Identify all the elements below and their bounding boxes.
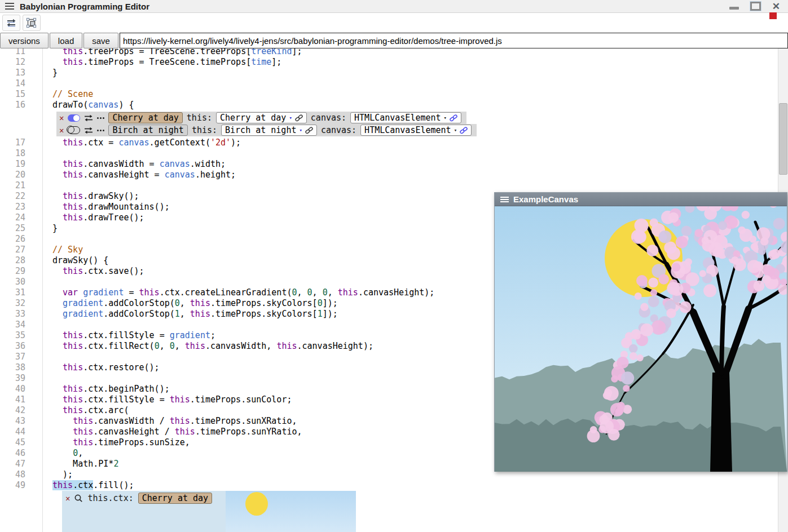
- delete-example-icon[interactable]: ✕: [59, 114, 64, 122]
- example-name-button[interactable]: Birch at night: [108, 125, 187, 136]
- save-button[interactable]: save: [83, 33, 118, 48]
- code-text[interactable]: this.ctx.fill();: [52, 480, 134, 491]
- example-toggle-off[interactable]: [68, 126, 80, 134]
- code-line: 26: [0, 234, 477, 245]
- toolbar: [0, 13, 788, 33]
- canvas-value-dropdown[interactable]: HTMLCanvasElement ▾: [360, 125, 472, 136]
- magnifier-icon: [74, 494, 83, 503]
- code-line: 33 gradient.addColorStop(1, this.timePro…: [0, 309, 477, 320]
- line-number: 16: [0, 100, 25, 110]
- load-button[interactable]: load: [50, 33, 82, 48]
- code-line: 42 this.ctx.arc(: [0, 405, 477, 416]
- code-text[interactable]: drawSky() {: [52, 255, 108, 266]
- code-line: 39: [0, 373, 477, 384]
- code-text[interactable]: this.drawTree();: [52, 212, 144, 223]
- code-text[interactable]: this.ctx.arc(: [52, 405, 129, 416]
- code-text[interactable]: this.ctx.fillStyle = this.timeProps.sunC…: [52, 394, 292, 405]
- code-text[interactable]: this.ctx.save();: [52, 266, 144, 277]
- close-button[interactable]: ✕: [772, 2, 780, 11]
- sync-icon: [6, 18, 17, 28]
- code-line: 43 this.canvasWidth / this.timeProps.sun…: [0, 416, 477, 427]
- code-line: 35 this.ctx.fillStyle = gradient;: [0, 330, 477, 341]
- canvas-value-dropdown[interactable]: HTMLCanvasElement ▾: [350, 112, 461, 123]
- code-text[interactable]: this.treeProps = TreeScene.treeProps[tre…: [52, 48, 302, 57]
- line-number: 24: [0, 212, 25, 223]
- code-text[interactable]: // Sky: [52, 245, 83, 255]
- code-text[interactable]: 0,: [52, 448, 83, 459]
- line-number: 32: [0, 298, 25, 309]
- this-value-dropdown[interactable]: Cherry at day ▾: [216, 112, 307, 123]
- line-number: 29: [0, 266, 25, 277]
- line-number: 38: [0, 362, 25, 373]
- delete-probe-icon[interactable]: ✕: [65, 494, 70, 502]
- code-text[interactable]: drawTo(canvas) {: [52, 100, 134, 110]
- code-text[interactable]: this.ctx = canvas.getContext('2d');: [52, 138, 241, 148]
- code-text[interactable]: this.canvasWidth = canvas.width;: [52, 159, 226, 170]
- code-text[interactable]: gradient.addColorStop(1, this.timeProps.…: [52, 309, 338, 320]
- this-value-dropdown[interactable]: Birch at night ▾: [221, 125, 317, 136]
- minimize-button[interactable]: [729, 7, 739, 10]
- maximize-button[interactable]: [750, 2, 761, 11]
- link-icon[interactable]: [295, 114, 303, 122]
- code-line: 23 this.drawMountains();: [0, 202, 477, 212]
- code-line: 27// Sky: [0, 245, 477, 255]
- line-number: 13: [0, 68, 25, 78]
- example-menu-icon[interactable]: [97, 117, 104, 119]
- canvas-value-text: HTMLCanvasElement: [354, 113, 441, 123]
- line-number: 47: [0, 459, 25, 469]
- example-canvas-title: ExampleCanvas: [513, 194, 578, 204]
- sync-example-icon[interactable]: [84, 127, 93, 134]
- code-text[interactable]: this.timeProps = TreeScene.timeProps[tim…: [52, 57, 281, 68]
- code-line: 21: [0, 180, 477, 191]
- line-number: 31: [0, 287, 25, 298]
- line-number: 45: [0, 437, 25, 448]
- code-text[interactable]: var gradient = this.ctx.createLinearGrad…: [52, 287, 434, 298]
- code-text[interactable]: );: [52, 469, 73, 480]
- code-text[interactable]: this.canvasHeight / this.timeProps.sunYR…: [52, 427, 302, 437]
- hamburger-icon[interactable]: [500, 197, 509, 202]
- code-text[interactable]: gradient.addColorStop(0, this.timeProps.…: [52, 298, 338, 309]
- line-number: 44: [0, 427, 25, 437]
- titlebar[interactable]: Babylonian Programming Editor ✕: [0, 0, 788, 13]
- example-menu-icon[interactable]: [97, 130, 104, 131]
- example-name-button[interactable]: Cherry at day: [108, 112, 182, 123]
- tree-scene-canvas: [495, 206, 787, 472]
- probe-expression: this.ctx:: [87, 493, 133, 503]
- code-line: 30: [0, 277, 477, 287]
- code-text[interactable]: }: [52, 68, 58, 78]
- code-text[interactable]: this.canvasWidth / this.timeProps.sunXRa…: [52, 416, 297, 427]
- sync-button[interactable]: [2, 15, 20, 31]
- line-number: 40: [0, 384, 25, 394]
- link-icon[interactable]: [450, 114, 457, 122]
- versions-button[interactable]: versions: [0, 33, 49, 48]
- code-text[interactable]: // Scene: [52, 89, 93, 100]
- code-text[interactable]: this.drawSky();: [52, 191, 139, 202]
- code-line: 15// Scene: [0, 89, 477, 100]
- link-icon[interactable]: [460, 127, 468, 134]
- code-text[interactable]: }: [52, 223, 58, 234]
- scrollbar-thumb[interactable]: [779, 103, 787, 175]
- code-text[interactable]: this.canvasHeight = canvas.height;: [52, 170, 236, 180]
- url-input[interactable]: [120, 33, 788, 48]
- transform-button[interactable]: [23, 15, 41, 31]
- code-text[interactable]: this.ctx.beginPath();: [52, 384, 170, 394]
- line-number: 27: [0, 245, 25, 255]
- line-number: 41: [0, 394, 25, 405]
- probe-example-button[interactable]: Cherry at day: [138, 493, 212, 504]
- code-text[interactable]: this.timeProps.sunSize,: [52, 437, 190, 448]
- link-icon[interactable]: [305, 127, 313, 134]
- hamburger-icon[interactable]: [5, 3, 14, 10]
- example-canvas-titlebar[interactable]: ExampleCanvas: [495, 193, 787, 206]
- code-text[interactable]: this.ctx.fillRect(0, 0, this.canvasWidth…: [52, 341, 373, 352]
- code-text[interactable]: Math.PI*2: [52, 459, 118, 469]
- this-label: this:: [187, 113, 212, 123]
- code-line: 31 var gradient = this.ctx.createLinearG…: [0, 287, 477, 298]
- chevron-down-icon: ▾: [299, 128, 302, 133]
- unsaved-indicator: [769, 12, 777, 19]
- sync-example-icon[interactable]: [84, 114, 93, 122]
- code-text[interactable]: this.ctx.fillStyle = gradient;: [52, 330, 215, 341]
- delete-example-icon[interactable]: ✕: [59, 126, 64, 134]
- code-text[interactable]: this.drawMountains();: [52, 202, 170, 212]
- example-toggle-on[interactable]: [68, 114, 80, 122]
- code-text[interactable]: this.ctx.restore();: [52, 362, 160, 373]
